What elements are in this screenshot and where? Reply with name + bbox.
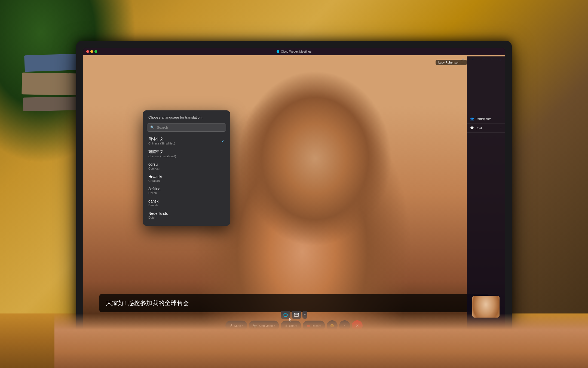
participant-badge: Lucy Robertson: [436, 60, 467, 65]
participants-sidebar-item[interactable]: 👥 Participants: [467, 114, 505, 123]
chat-sidebar-item[interactable]: 💬 Chat ···: [467, 123, 505, 133]
window-top-bar: Cisco Webex Meetings: [83, 48, 505, 55]
lang-sub-zh-traditional: Chinese (Traditional): [148, 155, 176, 158]
chat-label: Chat: [476, 126, 482, 130]
webex-logo-icon: [277, 50, 279, 53]
traffic-lights: [86, 50, 97, 53]
lang-sub-zh-simplified: Chinese (Simplified): [148, 142, 175, 145]
more-sidebar-icon: ···: [500, 126, 502, 129]
lang-sub-cs: Czech: [148, 191, 160, 195]
search-icon: 🔍: [150, 125, 155, 129]
lang-name-hr: Hrvatski: [148, 174, 162, 179]
lang-sub-corsu: Corsican: [148, 167, 160, 170]
lang-sub-nl: Dutch: [148, 216, 168, 219]
search-container[interactable]: 🔍: [147, 123, 226, 132]
lang-name-zh-simplified: 简体中文: [148, 137, 175, 141]
language-item-corsu[interactable]: corsu Corsican: [143, 160, 230, 172]
lang-name-cs: čeština: [148, 187, 160, 191]
subtitle-text: 大家好! 感您参加我的全球售会: [106, 299, 482, 307]
language-item-nl[interactable]: Nederlands Dutch: [143, 209, 230, 221]
close-dot[interactable]: [86, 50, 89, 53]
language-search-input[interactable]: [157, 125, 223, 129]
language-item-zh-simplified[interactable]: 简体中文 Chinese (Simplified) ✓: [143, 134, 230, 147]
app-title: Cisco Webex Meetings: [281, 50, 311, 53]
laptop-screen-bezel: Cisco Webex Meetings ● Cisco Webex Meeti…: [76, 41, 512, 346]
language-picker-dropdown: Choose a language for translation: 🔍 简体中…: [143, 110, 230, 226]
hand-overlay: [54, 313, 588, 368]
lang-sub-da: Danish: [148, 204, 158, 207]
chat-icon: 💬: [470, 126, 474, 130]
lock-icon: [461, 61, 464, 64]
lang-name-da: dansk: [148, 199, 158, 203]
lang-sub-hr: Croatian: [148, 179, 162, 182]
language-item-zh-traditional[interactable]: 繁體中文 Chinese (Traditional): [143, 147, 230, 160]
maximize-dot[interactable]: [94, 50, 97, 53]
language-item-cs[interactable]: čeština Czech: [143, 185, 230, 197]
screen-content: Cisco Webex Meetings ● Cisco Webex Meeti…: [83, 48, 505, 339]
picker-header: Choose a language for translation:: [143, 110, 230, 122]
lang-name-corsu: corsu: [148, 162, 160, 167]
participant-name: Lucy Robertson: [438, 61, 459, 64]
subtitle-bar: 大家好! 感您参加我的全球售会: [99, 294, 489, 312]
lang-name-zh-traditional: 繁體中文: [148, 149, 176, 154]
language-item-da[interactable]: dansk Danish: [143, 197, 230, 209]
participants-icon: 👥: [470, 117, 474, 120]
selected-checkmark: ✓: [221, 139, 225, 143]
language-item-hr[interactable]: Hrvatski Croatian: [143, 172, 230, 185]
lang-name-nl: Nederlands: [148, 211, 168, 216]
participants-label: Participants: [476, 117, 491, 120]
minimize-dot[interactable]: [90, 50, 93, 53]
